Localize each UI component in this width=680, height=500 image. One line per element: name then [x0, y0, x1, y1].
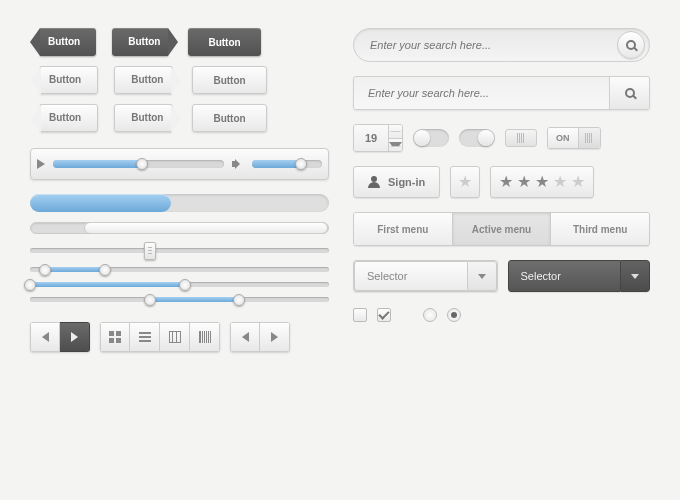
- playback-track[interactable]: [53, 160, 224, 168]
- tab-label: First menu: [377, 224, 428, 235]
- stepper-value: 19: [354, 125, 388, 151]
- star-icon: ★: [458, 174, 472, 190]
- stepper-up[interactable]: [389, 125, 402, 139]
- search-icon: [626, 40, 636, 50]
- search-input-pill[interactable]: [370, 39, 617, 51]
- nav-next-2[interactable]: [260, 322, 290, 352]
- selector-dark[interactable]: Selector: [508, 260, 651, 292]
- range-slider-2[interactable]: [30, 282, 329, 287]
- tab-label: Active menu: [472, 224, 531, 235]
- toggle-round-on[interactable]: [459, 129, 495, 147]
- star-5[interactable]: ★: [571, 174, 585, 190]
- tab-label: Third menu: [573, 224, 627, 235]
- number-stepper: 19: [353, 124, 403, 152]
- button-label: Button: [213, 75, 245, 86]
- button-label: Button: [49, 104, 81, 132]
- button-dark[interactable]: Button: [188, 28, 260, 56]
- volume-icon: [232, 159, 244, 169]
- rating-widget[interactable]: ★ ★ ★ ★ ★: [490, 166, 594, 198]
- chevron-down-icon: [478, 274, 486, 279]
- favorite-button[interactable]: ★: [450, 166, 480, 198]
- tab-first[interactable]: First menu: [354, 213, 452, 245]
- button-label: Button: [208, 37, 240, 48]
- nav-prev[interactable]: [30, 322, 60, 352]
- toggle-round-off[interactable]: [413, 129, 449, 147]
- on-off-switch[interactable]: ON: [547, 127, 601, 149]
- columns-icon: [169, 331, 181, 343]
- range-slider-1[interactable]: [30, 267, 329, 272]
- nav-prev-next: [30, 322, 90, 352]
- person-icon: [368, 176, 380, 188]
- volume-track[interactable]: [252, 160, 322, 168]
- view-list[interactable]: [130, 322, 160, 352]
- play-button[interactable]: [37, 159, 45, 169]
- nav-prev-next-2: [230, 322, 290, 352]
- search-rect: [353, 76, 650, 110]
- search-icon: [625, 88, 635, 98]
- button-light-arrow-right[interactable]: Button: [114, 66, 172, 94]
- button-light-2[interactable]: Button: [192, 104, 266, 132]
- button-light-arrow-left[interactable]: Button: [40, 66, 98, 94]
- nav-prev-2[interactable]: [230, 322, 260, 352]
- nav-next[interactable]: [60, 322, 90, 352]
- signin-label: Sign-in: [388, 176, 425, 188]
- barcode-icon: [199, 331, 211, 343]
- button-label: Button: [213, 113, 245, 124]
- button-label: Button: [48, 28, 80, 56]
- search-pill: [353, 28, 650, 62]
- star-1[interactable]: ★: [499, 174, 513, 190]
- grid-icon: [109, 331, 121, 343]
- view-barcode[interactable]: [190, 322, 220, 352]
- progress-bar-large: [30, 194, 329, 212]
- checkbox-checked[interactable]: [377, 308, 391, 322]
- selector-light[interactable]: Selector: [353, 260, 498, 292]
- button-label: Button: [131, 104, 163, 132]
- radio-unchecked[interactable]: [423, 308, 437, 322]
- search-input-rect[interactable]: [354, 77, 609, 109]
- signin-button[interactable]: Sign-in: [353, 166, 440, 198]
- slider-single[interactable]: [30, 248, 329, 253]
- list-icon: [139, 332, 151, 342]
- button-dark-arrow-left[interactable]: Button: [40, 28, 96, 56]
- view-mode-group: [100, 322, 220, 352]
- stepper-down[interactable]: [389, 139, 402, 152]
- button-label: Button: [131, 66, 163, 94]
- selector-label: Selector: [508, 260, 621, 292]
- button-label: Button: [128, 28, 160, 56]
- switch-label: ON: [548, 128, 578, 148]
- tab-bar: First menu Active menu Third menu: [353, 212, 650, 246]
- search-submit-rect[interactable]: [609, 77, 649, 109]
- button-light[interactable]: Button: [192, 66, 266, 94]
- button-label: Button: [49, 66, 81, 94]
- view-columns[interactable]: [160, 322, 190, 352]
- play-icon: [37, 159, 45, 169]
- button-light-arrow-left-2[interactable]: Button: [40, 104, 98, 132]
- toggle-square[interactable]: [505, 129, 537, 147]
- check-radio-group: [353, 308, 650, 322]
- audio-player: [30, 148, 329, 180]
- radio-checked[interactable]: [447, 308, 461, 322]
- search-submit-pill[interactable]: [617, 31, 645, 59]
- range-slider-3[interactable]: [30, 297, 329, 302]
- star-2[interactable]: ★: [517, 174, 531, 190]
- view-grid[interactable]: [100, 322, 130, 352]
- button-dark-arrow-right[interactable]: Button: [112, 28, 168, 56]
- button-light-arrow-right-2[interactable]: Button: [114, 104, 172, 132]
- selector-label: Selector: [354, 261, 467, 291]
- tab-third[interactable]: Third menu: [550, 213, 649, 245]
- chevron-down-icon: [631, 274, 639, 279]
- checkbox-unchecked[interactable]: [353, 308, 367, 322]
- tab-active[interactable]: Active menu: [452, 213, 551, 245]
- star-3[interactable]: ★: [535, 174, 549, 190]
- progress-bar-pill: [30, 222, 329, 234]
- star-4[interactable]: ★: [553, 174, 567, 190]
